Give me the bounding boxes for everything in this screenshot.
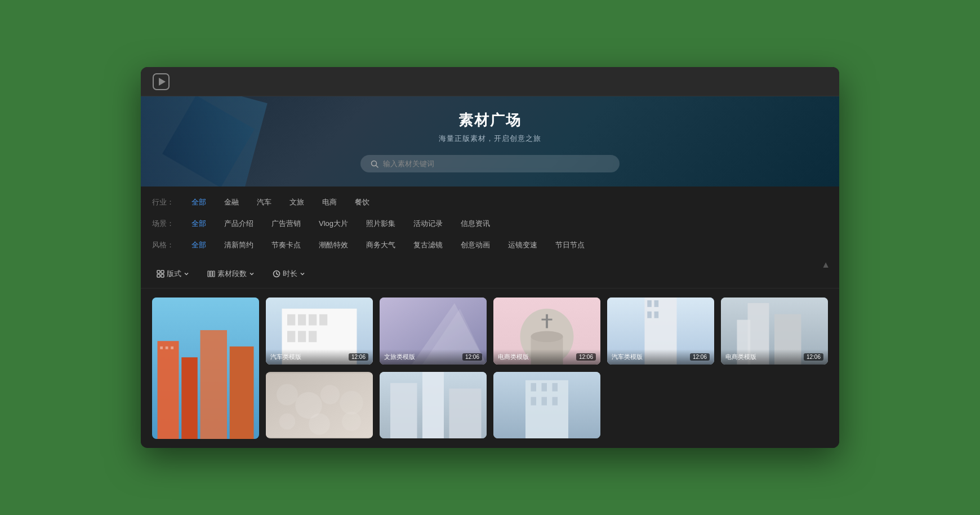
card-2-duration: 12:06 (349, 353, 368, 361)
industry-tag-travel[interactable]: 文旅 (283, 196, 311, 209)
card-4-label: 电商类模版 (498, 353, 529, 361)
media-card-3[interactable]: 文旅类模版 12:06 (380, 298, 487, 365)
industry-tag-ecom[interactable]: 电商 (315, 196, 344, 209)
style-tag-motion[interactable]: 运镜变速 (501, 238, 544, 252)
industry-tag-auto[interactable]: 汽车 (250, 196, 278, 209)
industry-tag-finance[interactable]: 金融 (217, 196, 246, 209)
app-logo-icon (152, 73, 170, 91)
card-3-overlay: 文旅类模版 12:06 (380, 349, 487, 365)
media-card-1[interactable] (152, 298, 259, 439)
card-5-label: 汽车类模版 (612, 353, 643, 361)
clock-icon (273, 270, 280, 278)
grid-icon (157, 270, 164, 278)
media-card-8[interactable] (380, 372, 487, 439)
svg-rect-61 (449, 388, 482, 438)
industry-label: 行业： (152, 197, 178, 207)
svg-point-53 (320, 385, 340, 404)
svg-point-51 (277, 384, 298, 405)
style-label: 风格： (152, 240, 178, 250)
svg-rect-38 (546, 314, 548, 328)
style-tag-biz[interactable]: 商务大气 (359, 238, 402, 252)
industry-tag-food[interactable]: 餐饮 (348, 196, 376, 209)
svg-rect-4 (157, 270, 160, 273)
card-5-duration: 12:06 (690, 353, 710, 361)
scene-tag-product[interactable]: 产品介绍 (217, 217, 260, 230)
search-icon (371, 160, 378, 168)
style-tag-holiday[interactable]: 节日节点 (549, 238, 591, 252)
card-3-label: 文旅类模版 (384, 353, 415, 361)
svg-rect-39 (542, 319, 553, 321)
scene-tag-photo[interactable]: 照片影集 (359, 217, 402, 230)
scene-tags: 全部 产品介绍 广告营销 Vlog大片 照片影集 活动记录 信息资讯 (185, 217, 497, 230)
media-card-7[interactable] (266, 372, 373, 439)
card-6-label: 电商类模版 (725, 353, 756, 361)
card-6-duration: 12:06 (804, 353, 823, 361)
card-9-illustration (493, 372, 600, 439)
scene-tag-news[interactable]: 信息资讯 (454, 217, 497, 230)
duration-button[interactable]: 时长 (268, 267, 310, 281)
style-tag-fresh[interactable]: 清新简约 (217, 238, 260, 252)
style-tag-beat[interactable]: 节奏卡点 (265, 238, 308, 252)
scene-label: 场景： (152, 219, 178, 229)
card-2-label: 汽车类模版 (270, 353, 301, 361)
format-label: 版式 (167, 269, 181, 279)
media-card-9[interactable] (493, 372, 600, 439)
svg-rect-28 (287, 331, 295, 342)
svg-rect-27 (319, 314, 327, 326)
hero-title: 素材广场 (360, 110, 620, 130)
industry-tags: 全部 金融 汽车 文旅 电商 餐饮 (185, 196, 376, 209)
card-1-illustration (152, 298, 259, 439)
chevron-down-icon-2 (249, 271, 255, 277)
style-tag-creative[interactable]: 创意动画 (454, 238, 497, 252)
svg-point-55 (279, 413, 296, 429)
scene-tag-vlog[interactable]: Vlog大片 (312, 217, 355, 230)
style-tag-all[interactable]: 全部 (185, 238, 213, 252)
industry-tag-all[interactable]: 全部 (185, 196, 213, 209)
svg-rect-65 (542, 383, 547, 391)
svg-rect-59 (390, 383, 417, 438)
titlebar (141, 67, 839, 96)
media-grid: 汽车类模版 12:06 文旅类模版 12:06 (141, 288, 839, 448)
search-input[interactable] (383, 159, 609, 168)
svg-rect-26 (309, 314, 317, 326)
card-3-duration: 12:06 (462, 353, 482, 361)
svg-point-37 (531, 331, 563, 342)
svg-line-3 (376, 165, 378, 167)
svg-rect-16 (181, 357, 198, 439)
svg-rect-60 (422, 372, 444, 439)
style-tag-cool[interactable]: 潮酷特效 (312, 238, 355, 252)
format-button[interactable]: 版式 (152, 267, 194, 281)
svg-rect-45 (654, 312, 659, 318)
svg-rect-64 (531, 383, 537, 391)
scene-tag-all[interactable]: 全部 (185, 217, 213, 230)
media-card-6[interactable]: 电商类模版 12:06 (721, 298, 828, 365)
svg-point-56 (309, 413, 330, 434)
svg-rect-42 (647, 300, 652, 307)
svg-line-13 (277, 274, 278, 275)
svg-rect-8 (208, 271, 210, 277)
media-card-5[interactable]: 汽车类模版 12:06 (607, 298, 714, 365)
svg-rect-67 (531, 397, 537, 405)
svg-point-54 (340, 390, 363, 414)
style-filter-row: 风格： 全部 清新简约 节奏卡点 潮酷特效 商务大气 复古滤镜 创意动画 运镜变… (152, 238, 828, 252)
segments-button[interactable]: 素材段数 (203, 267, 259, 281)
search-bar[interactable] (360, 155, 620, 172)
scene-filter-row: 场景： 全部 产品介绍 广告营销 Vlog大片 照片影集 活动记录 信息资讯 (152, 217, 828, 230)
svg-rect-19 (160, 347, 163, 349)
card-6-overlay: 电商类模版 12:06 (721, 349, 828, 365)
style-tag-retro[interactable]: 复古滤镜 (407, 238, 449, 252)
svg-marker-1 (159, 78, 166, 86)
scene-tag-event[interactable]: 活动记录 (407, 217, 449, 230)
hero-content: 素材广场 海量正版素材，开启创意之旅 (360, 110, 620, 172)
card-7-illustration (266, 372, 373, 439)
card-8-illustration (380, 372, 487, 439)
svg-rect-6 (157, 274, 160, 277)
hero-subtitle: 海量正版素材，开启创意之旅 (360, 134, 620, 144)
svg-rect-20 (166, 347, 168, 349)
media-card-4[interactable]: 电商类模版 12:06 (493, 298, 600, 365)
segments-icon (207, 270, 215, 278)
media-card-2[interactable]: 汽车类模版 12:06 (266, 298, 373, 365)
scene-tag-ad[interactable]: 广告营销 (265, 217, 308, 230)
scroll-up-button[interactable]: ▲ (821, 260, 830, 270)
svg-rect-44 (647, 312, 652, 318)
